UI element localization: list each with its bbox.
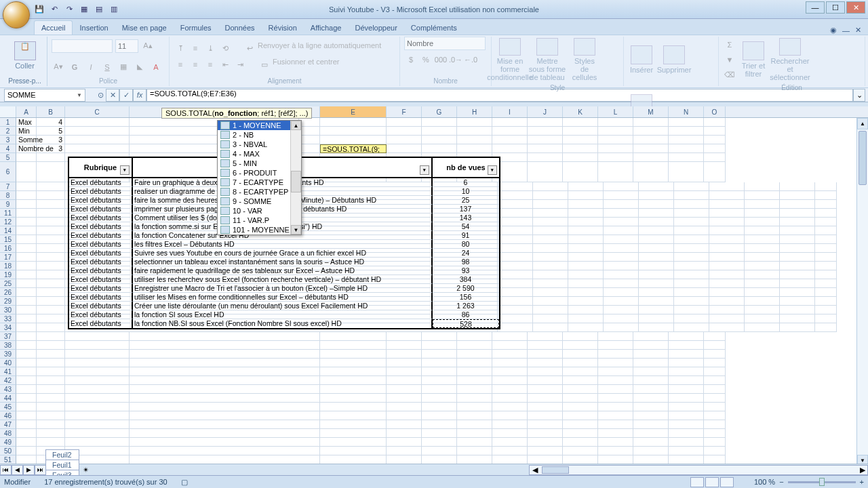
table-cell[interactable]: Excel débutants [69,187,133,196]
table-cell[interactable]: 10 [433,187,499,196]
row-header[interactable]: 14 [0,226,16,235]
row-header[interactable]: 29 [0,297,16,306]
table-cell[interactable]: les filtres Excel – Débutants HD [133,240,433,249]
table-cell[interactable]: 24 [433,249,499,258]
insert-cells-button[interactable]: Insérer [628,37,655,83]
cond-format-button[interactable]: Mise en forme conditionnelle [496,37,524,83]
grow-font-icon[interactable]: A▴ [141,39,155,53]
comma-icon[interactable]: 000 [434,53,448,66]
sort-filter-button[interactable]: Trier et filtrer [739,37,768,83]
new-sheet-button[interactable]: ✴ [79,466,92,474]
row-header[interactable]: 41 [0,367,16,376]
function-option[interactable]: 4 - MAX [218,149,301,159]
row-header[interactable]: 39 [0,350,16,359]
ribbon-tab-compléments[interactable]: Compléments [404,21,464,35]
shrink-font-icon[interactable]: A▾ [52,60,65,74]
scroll-thumb[interactable] [291,171,301,192]
row-header[interactable]: 38 [0,341,16,350]
function-option[interactable]: 2 - NB [218,130,301,140]
hscroll-thumb[interactable] [542,466,569,474]
row-header[interactable]: 4 [0,144,16,153]
formula-dropdown-icon[interactable]: ⊙ [95,89,106,102]
sheet-tab[interactable]: Feuil1 [45,460,79,470]
view-normal-button[interactable] [690,477,704,487]
function-option[interactable]: 6 - PRODUIT [218,168,301,178]
table-cell[interactable]: Excel débutants [69,284,133,293]
table-cell[interactable]: utiliser les Mises en forme conditionnel… [133,293,433,302]
cell[interactable]: Max [16,118,37,127]
col-header[interactable]: B [37,106,65,117]
function-option[interactable]: 101 - MOYENNE [218,225,301,235]
scroll-up-icon[interactable]: ▲ [291,121,301,130]
row-header[interactable]: 48 [0,429,16,438]
table-cell[interactable]: Excel débutants [69,222,133,231]
clear-icon[interactable]: ⌫ [723,68,736,81]
align-bottom-icon[interactable]: ⤓ [203,41,217,55]
row-header[interactable]: 16 [0,244,16,253]
table-cell[interactable]: Créer une liste déroulante (un menu déro… [133,302,433,310]
sheet-nav-last[interactable]: ⏭ [35,465,46,475]
function-option[interactable]: 11 - VAR.P [218,216,301,225]
table-cell[interactable]: 156 [433,293,499,302]
help-icon[interactable]: ◉ [830,26,837,35]
table-cell[interactable]: 528 [433,319,499,328]
row-header[interactable]: 1 [0,118,16,127]
table-cell[interactable]: Suivre ses vues Youtube en cours de jour… [133,249,433,258]
filter-icon[interactable]: ▾ [420,165,429,175]
table-cell[interactable]: Excel débutants [69,275,133,284]
view-layout-button[interactable] [705,477,719,487]
percent-icon[interactable]: % [419,53,433,66]
table-cell[interactable]: Excel débutants [69,266,133,275]
row-header[interactable]: 50 [0,447,16,455]
bold-icon[interactable]: G [68,60,81,74]
qat-item-icon[interactable]: ▤ [94,4,104,15]
cell-styles-button[interactable]: Styles de cellules [570,37,599,83]
qat-undo-icon[interactable]: ↶ [49,4,60,15]
row-header[interactable]: 33 [0,314,16,323]
table-cell[interactable]: 25 [433,196,499,205]
fx-button[interactable]: fx [133,89,146,102]
col-header[interactable]: I [492,106,528,117]
ribbon-tab-mise en page[interactable]: Mise en page [115,21,174,35]
row-header[interactable]: 7 [0,182,16,191]
row-header[interactable]: 8 [0,191,16,200]
row-header[interactable]: 43 [0,385,16,394]
row-header[interactable]: 5 [0,153,16,162]
close-button[interactable]: ✕ [846,1,865,14]
font-color-icon[interactable]: A [149,60,163,74]
currency-icon[interactable]: $ [404,53,418,66]
row-header[interactable]: 19 [0,270,16,279]
sheet-tab[interactable]: Feuil2 [45,449,79,460]
ribbon-tab-insertion[interactable]: Insertion [73,21,115,35]
row-header[interactable]: 45 [0,403,16,411]
row-header[interactable]: 9 [0,200,16,209]
filter-icon[interactable]: ▾ [488,165,497,175]
delete-cells-button[interactable]: Supprimer [658,37,690,83]
function-option[interactable]: 3 - NBVAL [218,140,301,149]
qat-print-icon[interactable]: ▦ [79,4,90,15]
col-header[interactable]: J [528,106,563,117]
align-middle-icon[interactable]: ≡ [189,41,202,55]
ribbon-minimize-icon[interactable]: — [842,26,850,35]
table-cell[interactable]: 137 [433,205,499,214]
row-header[interactable]: 2 [0,127,16,136]
maximize-button[interactable]: ☐ [826,1,845,14]
fill-icon[interactable]: ▼ [723,53,736,66]
minimize-button[interactable]: — [806,1,825,14]
table-cell[interactable]: Excel débutants [69,240,133,249]
macro-record-icon[interactable]: ▢ [181,478,188,487]
wrap-text-icon[interactable]: ↩ [243,41,256,55]
row-header[interactable]: 11 [0,209,16,218]
qat-redo-icon[interactable]: ↷ [64,4,75,15]
function-option[interactable]: 9 - SOMME [218,197,301,206]
number-format-select[interactable] [404,37,486,50]
table-cell[interactable]: Excel débutants [69,196,133,205]
table-cell[interactable]: Enregistrer une Macro de Tri et l'associ… [133,284,433,293]
font-family-select[interactable] [52,39,113,53]
table-cell[interactable]: 143 [433,214,499,222]
table-cell[interactable]: la fonction SI sous Excel HD [133,310,433,319]
table-cell[interactable]: utiliser les recherchev sous Excel (fonc… [133,275,433,284]
col-header[interactable]: O [704,106,726,117]
table-cell[interactable]: 98 [433,258,499,266]
table-cell[interactable]: 86 [433,310,499,319]
